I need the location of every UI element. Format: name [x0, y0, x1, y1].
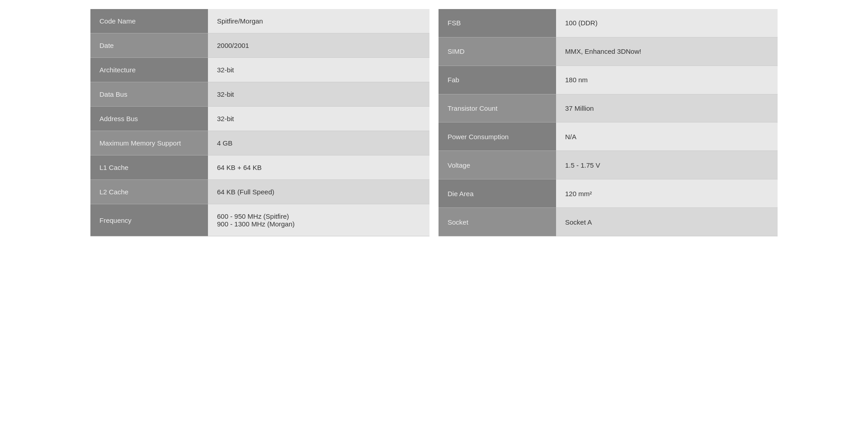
- spec-value: 64 KB + 64 KB: [208, 155, 429, 180]
- spec-value: 100 (DDR): [556, 9, 778, 37]
- table-row: Code NameSpitfire/Morgan: [90, 9, 429, 33]
- table-row: FSB100 (DDR): [439, 9, 778, 37]
- spec-value: 32-bit: [208, 58, 429, 82]
- spec-label: Architecture: [90, 58, 208, 82]
- table-row: Fab180 nm: [439, 66, 778, 94]
- table-row: Date2000/2001: [90, 33, 429, 58]
- spec-label: FSB: [439, 9, 556, 37]
- spec-label: L1 Cache: [90, 155, 208, 180]
- spec-label: Socket: [439, 208, 556, 236]
- spec-value: 32-bit: [208, 82, 429, 107]
- spec-tables-wrapper: Code NameSpitfire/MorganDate2000/2001Arc…: [90, 9, 778, 236]
- spec-label: L2 Cache: [90, 180, 208, 204]
- spec-label: Date: [90, 33, 208, 58]
- spec-label: Transistor Count: [439, 94, 556, 122]
- table-row: Data Bus32-bit: [90, 82, 429, 107]
- spec-value: N/A: [556, 122, 778, 151]
- spec-label: Data Bus: [90, 82, 208, 107]
- spec-value: 4 GB: [208, 131, 429, 155]
- table-row: Address Bus32-bit: [90, 107, 429, 131]
- spec-label: Address Bus: [90, 107, 208, 131]
- table-row: SocketSocket A: [439, 208, 778, 236]
- left-spec-table: Code NameSpitfire/MorganDate2000/2001Arc…: [90, 9, 429, 236]
- table-row: Die Area120 mm²: [439, 179, 778, 208]
- spec-value: Socket A: [556, 208, 778, 236]
- spec-value: MMX, Enhanced 3DNow!: [556, 37, 778, 66]
- table-row: Transistor Count37 Million: [439, 94, 778, 122]
- table-row: Power ConsumptionN/A: [439, 122, 778, 151]
- spec-value: 600 - 950 MHz (Spitfire)900 - 1300 MHz (…: [208, 204, 429, 236]
- table-row: Voltage1.5 - 1.75 V: [439, 151, 778, 179]
- table-row: Frequency600 - 950 MHz (Spitfire)900 - 1…: [90, 204, 429, 236]
- spec-label: Maximum Memory Support: [90, 131, 208, 155]
- spec-label: Power Consumption: [439, 122, 556, 151]
- right-spec-table: FSB100 (DDR)SIMDMMX, Enhanced 3DNow!Fab1…: [439, 9, 778, 236]
- table-row: L1 Cache64 KB + 64 KB: [90, 155, 429, 180]
- spec-value: 180 nm: [556, 66, 778, 94]
- table-row: SIMDMMX, Enhanced 3DNow!: [439, 37, 778, 66]
- table-row: L2 Cache64 KB (Full Speed): [90, 180, 429, 204]
- spec-label: Fab: [439, 66, 556, 94]
- spec-value: 1.5 - 1.75 V: [556, 151, 778, 179]
- spec-value: 37 Million: [556, 94, 778, 122]
- spec-value: 64 KB (Full Speed): [208, 180, 429, 204]
- spec-value: Spitfire/Morgan: [208, 9, 429, 33]
- spec-value: 32-bit: [208, 107, 429, 131]
- spec-label: Voltage: [439, 151, 556, 179]
- spec-label: Code Name: [90, 9, 208, 33]
- table-row: Maximum Memory Support4 GB: [90, 131, 429, 155]
- spec-label: SIMD: [439, 37, 556, 66]
- spec-value: 120 mm²: [556, 179, 778, 208]
- spec-value: 2000/2001: [208, 33, 429, 58]
- table-row: Architecture32-bit: [90, 58, 429, 82]
- spec-label: Frequency: [90, 204, 208, 236]
- spec-label: Die Area: [439, 179, 556, 208]
